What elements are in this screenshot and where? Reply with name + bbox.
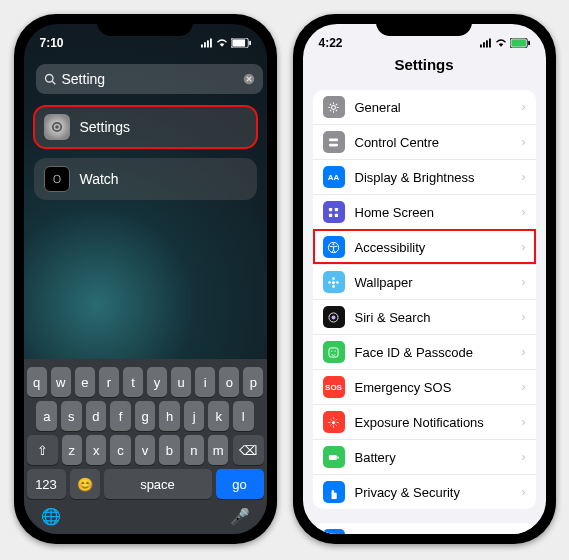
clear-icon[interactable] — [243, 73, 255, 85]
key-p[interactable]: p — [243, 367, 263, 397]
key-v[interactable]: v — [135, 435, 155, 465]
search-field[interactable] — [36, 64, 263, 94]
settings-row-accessibility[interactable]: Accessibility› — [313, 229, 536, 264]
key-d[interactable]: d — [86, 401, 107, 431]
svg-point-31 — [332, 285, 335, 288]
settings-row-siri-search[interactable]: Siri & Search› — [313, 299, 536, 334]
space-key[interactable]: space — [104, 469, 212, 499]
settings-row-exposure-notifications[interactable]: Exposure Notifications› — [313, 404, 536, 439]
key-k[interactable]: k — [208, 401, 229, 431]
key-e[interactable]: e — [75, 367, 95, 397]
result-label: Settings — [80, 119, 131, 135]
emoji-key[interactable]: 😊 — [70, 469, 100, 499]
chevron-right-icon: › — [522, 450, 526, 464]
settings-row-emergency-sos[interactable]: SOSEmergency SOS› — [313, 369, 536, 404]
shift-key[interactable]: ⇧ — [27, 435, 58, 465]
search-result-settings[interactable]: Settings — [34, 106, 257, 148]
svg-rect-5 — [232, 39, 245, 46]
exposure-icon — [323, 411, 345, 433]
row-label: Accessibility — [355, 240, 426, 255]
search-input[interactable] — [62, 71, 237, 87]
page-title: Settings — [303, 54, 546, 79]
key-x[interactable]: x — [86, 435, 106, 465]
key-r[interactable]: r — [99, 367, 119, 397]
keyboard[interactable]: qwertyuiop asdfghjkl ⇧ zxcvbnm ⌫ 123 😊 s… — [24, 359, 267, 534]
svg-rect-41 — [337, 456, 338, 459]
search-icon — [44, 73, 56, 85]
svg-point-38 — [334, 350, 335, 351]
row-label: Exposure Notifications — [355, 415, 484, 430]
svg-rect-26 — [335, 213, 338, 216]
svg-rect-15 — [486, 40, 488, 47]
row-label: Emergency SOS — [355, 380, 452, 395]
row-label: Home Screen — [355, 205, 434, 220]
svg-rect-25 — [329, 213, 332, 216]
key-g[interactable]: g — [135, 401, 156, 431]
key-z[interactable]: z — [62, 435, 82, 465]
key-w[interactable]: w — [51, 367, 71, 397]
settings-row-control-centre[interactable]: Control Centre› — [313, 124, 536, 159]
settings-app-icon — [44, 114, 70, 140]
globe-key[interactable]: 🌐 — [41, 507, 61, 526]
numbers-key[interactable]: 123 — [27, 469, 66, 499]
gear-icon — [323, 96, 345, 118]
settings-row-display-brightness[interactable]: AADisplay & Brightness› — [313, 159, 536, 194]
search-result-watch[interactable]: Watch — [34, 158, 257, 200]
key-y[interactable]: y — [147, 367, 167, 397]
key-t[interactable]: t — [123, 367, 143, 397]
row-label: Siri & Search — [355, 310, 431, 325]
settings-row-privacy-security[interactable]: Privacy & Security› — [313, 474, 536, 509]
faceid-icon — [323, 341, 345, 363]
key-a[interactable]: a — [36, 401, 57, 431]
row-label: Display & Brightness — [355, 170, 475, 185]
svg-rect-16 — [489, 38, 491, 47]
go-key[interactable]: go — [216, 469, 264, 499]
key-s[interactable]: s — [61, 401, 82, 431]
key-l[interactable]: l — [233, 401, 254, 431]
wifi-icon — [495, 37, 507, 49]
delete-key[interactable]: ⌫ — [233, 435, 264, 465]
phone-left: 7:10 Cancel Settings Wa — [14, 14, 277, 544]
row-label: App Store — [355, 533, 413, 535]
settings-row-app-store[interactable]: AApp Store› — [313, 523, 536, 534]
settings-row-face-id-passcode[interactable]: Face ID & Passcode› — [313, 334, 536, 369]
svg-line-8 — [52, 81, 55, 84]
svg-point-29 — [332, 280, 335, 283]
key-b[interactable]: b — [159, 435, 179, 465]
svg-rect-0 — [201, 44, 203, 47]
result-label: Watch — [80, 171, 119, 187]
battery-charging-icon — [510, 38, 530, 48]
key-i[interactable]: i — [195, 367, 215, 397]
svg-point-20 — [332, 105, 336, 109]
key-h[interactable]: h — [159, 401, 180, 431]
key-f[interactable]: f — [110, 401, 131, 431]
dictation-key[interactable]: 🎤 — [230, 507, 250, 526]
accessibility-icon — [323, 236, 345, 258]
svg-rect-19 — [528, 40, 530, 45]
screen-settings: 4:22 Settings General›Control Centre›AAD… — [303, 24, 546, 534]
chevron-right-icon: › — [522, 135, 526, 149]
key-u[interactable]: u — [171, 367, 191, 397]
key-c[interactable]: c — [110, 435, 130, 465]
svg-rect-3 — [210, 38, 212, 47]
row-label: Privacy & Security — [355, 485, 460, 500]
key-o[interactable]: o — [219, 367, 239, 397]
chevron-right-icon: › — [522, 100, 526, 114]
svg-point-7 — [45, 75, 53, 83]
phone-right: 4:22 Settings General›Control Centre›AAD… — [293, 14, 556, 544]
svg-point-33 — [336, 281, 339, 284]
svg-rect-6 — [249, 40, 251, 45]
key-n[interactable]: n — [184, 435, 204, 465]
settings-row-general[interactable]: General› — [313, 90, 536, 124]
signal-icon — [201, 37, 213, 49]
chevron-right-icon: › — [522, 380, 526, 394]
settings-row-wallpaper[interactable]: Wallpaper› — [313, 264, 536, 299]
settings-row-battery[interactable]: Battery› — [313, 439, 536, 474]
chevron-right-icon: › — [522, 485, 526, 499]
key-j[interactable]: j — [184, 401, 205, 431]
key-m[interactable]: m — [208, 435, 228, 465]
key-q[interactable]: q — [27, 367, 47, 397]
settings-row-home-screen[interactable]: Home Screen› — [313, 194, 536, 229]
svg-rect-22 — [329, 143, 338, 146]
row-label: General — [355, 100, 401, 115]
